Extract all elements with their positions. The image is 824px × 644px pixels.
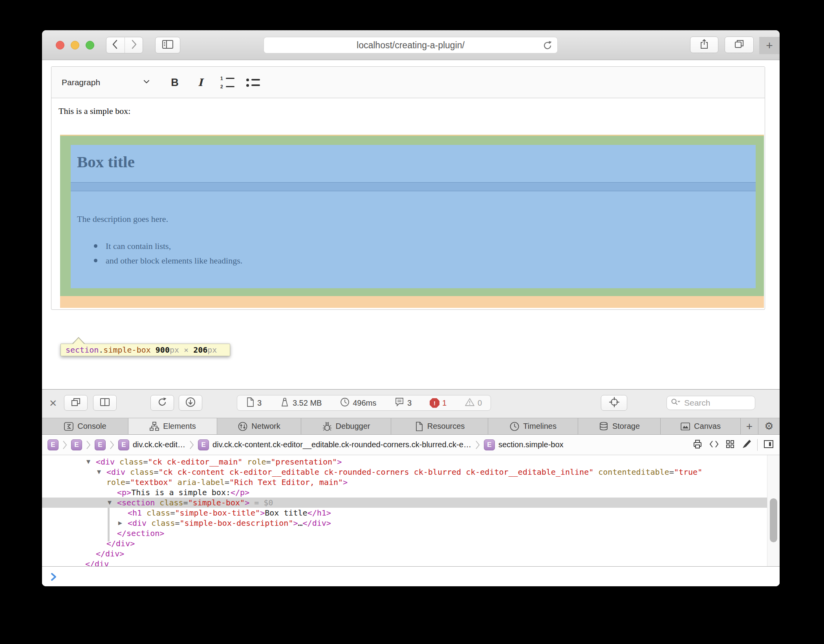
editor-paragraph[interactable]: This is a simple box: [59, 106, 130, 116]
debugger-icon [322, 421, 332, 432]
tab-label: Network [251, 422, 280, 431]
warning-count[interactable]: 0 [465, 397, 482, 409]
disclosure-arrow[interactable]: ▼ [108, 498, 112, 508]
chevron-right-icon [62, 439, 67, 450]
download-web-archive-button[interactable] [179, 395, 202, 411]
reload-page-button[interactable] [150, 395, 174, 411]
sidebar-toggle-button[interactable] [155, 37, 180, 53]
tab-label: Timelines [523, 422, 557, 431]
load-time[interactable]: 496ms [340, 397, 376, 409]
tab-console[interactable]: Console [42, 418, 128, 434]
element-picker-button[interactable] [601, 395, 627, 411]
close-icon: × [49, 396, 57, 410]
print-styles-icon[interactable] [692, 439, 703, 451]
warning-icon [465, 397, 475, 409]
document-icon [246, 397, 255, 409]
simple-box-list[interactable]: It can contain lists,and other block ele… [94, 239, 242, 268]
canvas-icon [680, 422, 690, 431]
bulleted-list-icon [246, 79, 260, 87]
disclosure-arrow[interactable]: ▼ [86, 457, 90, 467]
dom-tree-row[interactable]: <p>This is a simple box:</p> [42, 487, 767, 498]
element-dimensions-tooltip: section.simple-box 900px × 206px [60, 344, 230, 356]
tab-overview-button[interactable] [725, 37, 754, 53]
tab-elements[interactable]: Elements [128, 418, 217, 434]
sidebar-icon [162, 39, 174, 51]
console-prompt[interactable] [42, 566, 780, 586]
console-message-count[interactable]: 3 [394, 397, 412, 409]
close-inspector-button[interactable]: × [47, 397, 59, 409]
web-page: Paragraph B I 1 2 Th [42, 60, 780, 389]
breadcrumb-item[interactable]: Esection.simple-box [484, 439, 564, 450]
crosshair-icon [609, 397, 620, 409]
breadcrumb-item[interactable]: E [95, 439, 106, 450]
console-icon [64, 421, 74, 432]
add-tab-button[interactable]: + [741, 418, 758, 434]
tab-debugger[interactable]: Debugger [301, 418, 391, 434]
bold-button[interactable]: B [165, 71, 185, 93]
element-breadcrumb-bar: EEEEdiv.ck.ck-edit…Ediv.ck.ck-content.ck… [42, 435, 780, 455]
share-icon [699, 38, 710, 51]
bulleted-list-button[interactable] [241, 71, 265, 93]
back-button[interactable] [106, 37, 125, 53]
dom-tree-row[interactable]: role="textbox" aria-label="Rich Text Edi… [42, 477, 767, 487]
breadcrumb: EEEEdiv.ck.ck-edit…Ediv.ck.ck-content.ck… [48, 435, 564, 455]
margin-highlight-bottom [60, 296, 764, 308]
forward-button[interactable] [125, 37, 143, 53]
zoom-window-button[interactable] [86, 41, 94, 49]
dom-tree-row[interactable]: ▼<div class="ck ck-editor__main" role="p… [42, 457, 767, 467]
tab-storage[interactable]: Storage [578, 418, 661, 434]
tab-network[interactable]: Network [217, 418, 301, 434]
italic-button[interactable]: I [190, 71, 211, 93]
scrollbar-thumb[interactable] [770, 498, 777, 542]
tab-canvas[interactable]: Canvas [661, 418, 741, 434]
dom-tree-row[interactable]: ▼<section class="simple-box"> = $0 [42, 498, 767, 508]
disclosure-arrow[interactable]: ▼ [97, 467, 101, 477]
dom-tree-row[interactable]: </div> [42, 538, 767, 549]
share-button[interactable] [690, 37, 718, 53]
error-count[interactable]: ! 1 [430, 398, 447, 408]
show-source-icon[interactable] [709, 439, 720, 451]
breadcrumb-item[interactable]: E [71, 439, 82, 450]
gear-icon: ⚙ [764, 420, 773, 432]
minimize-window-button[interactable] [71, 41, 79, 49]
transfer-size[interactable]: 3.52 MB [280, 397, 322, 409]
breadcrumb-item[interactable]: E [48, 439, 59, 450]
numbered-list-button[interactable]: 1 2 [216, 71, 239, 93]
dom-tree-row[interactable]: ▶<div class="simple-box-description">…</… [42, 518, 767, 528]
address-bar[interactable]: localhost/creating-a-plugin/ [264, 37, 558, 53]
page-reload-icon[interactable] [542, 40, 553, 52]
details-sidebar-icon[interactable] [763, 439, 774, 451]
dock-side-button[interactable] [93, 395, 117, 411]
breadcrumb-item[interactable]: Ediv.ck.ck-edit… [118, 439, 185, 450]
simple-box-title[interactable]: Box title [77, 152, 135, 171]
scrollbar-track[interactable] [767, 455, 780, 566]
dom-tree-row[interactable]: </div> [42, 549, 767, 559]
tab-label: Resources [427, 422, 465, 431]
disclosure-arrow[interactable]: ▶ [118, 518, 122, 528]
breadcrumb-item[interactable]: Ediv.ck.ck-content.ck-editor__editable.c… [198, 439, 471, 450]
network-icon [238, 421, 248, 432]
dom-tree-row[interactable]: ▼<div class="ck ck-content ck-editor__ed… [42, 467, 767, 477]
tab-timelines[interactable]: Timelines [488, 418, 578, 434]
close-window-button[interactable] [56, 41, 64, 49]
simple-box-description[interactable]: The description goes here. [77, 214, 168, 224]
dom-tree-row[interactable]: </div [42, 559, 767, 566]
search-input[interactable] [683, 398, 744, 408]
new-tab-button[interactable]: + [759, 37, 780, 54]
tab-resources[interactable]: Resources [391, 418, 488, 434]
undock-icon [70, 397, 81, 409]
dom-tree-panel: ▼<div class="ck ck-editor__main" role="p… [42, 455, 780, 566]
tab-label: Console [77, 422, 106, 431]
paint-flashing-icon[interactable] [741, 439, 752, 451]
undock-button[interactable] [64, 395, 88, 411]
tooltip-tag-name: section [66, 345, 99, 355]
dom-tree-row[interactable]: </section> [42, 528, 767, 538]
speech-bubble-icon [394, 397, 405, 409]
paragraph-style-dropdown[interactable]: Paragraph [57, 71, 155, 93]
inspector-search-field[interactable] [667, 396, 755, 410]
document-count[interactable]: 3 [246, 397, 262, 409]
dom-tree-row[interactable]: <h1 class="simple-box-title">Box title</… [42, 508, 767, 518]
reload-icon [157, 397, 167, 409]
inspector-settings-button[interactable]: ⚙ [758, 418, 780, 434]
grid-overlay-icon[interactable] [725, 439, 735, 451]
